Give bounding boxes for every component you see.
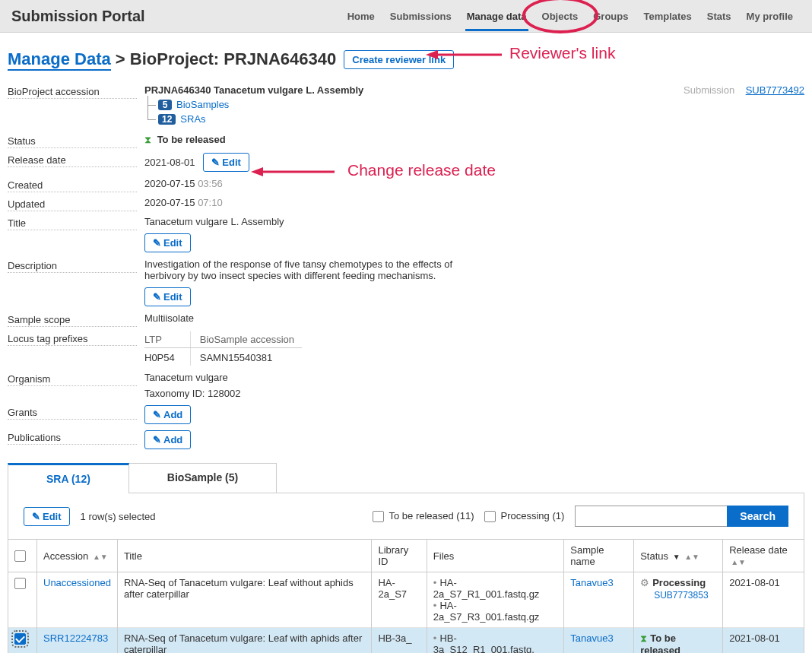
portal-title: Submission Portal	[11, 8, 145, 25]
nav-objects[interactable]: Objects	[534, 2, 586, 31]
title-value: Tanacetum vulgare L. Assembly ✎Edit	[144, 216, 675, 252]
tab-sra[interactable]: SRA (12)	[8, 463, 129, 493]
pencil-icon: ✎	[32, 511, 40, 522]
col-library[interactable]: Library ID	[372, 540, 427, 572]
table-row[interactable]: UnaccessionedRNA-Seq of Tanacetum vulgar…	[8, 572, 804, 628]
col-accession[interactable]: Accession ▲▼	[37, 540, 118, 572]
nav-stats[interactable]: Stats	[699, 2, 739, 31]
sras-link[interactable]: SRAs	[180, 113, 205, 125]
edit-title-button[interactable]: ✎Edit	[144, 233, 191, 252]
updated-time: 07:10	[198, 197, 223, 208]
row-files: •HB-3a_S12_R1_001.fastq.	[427, 628, 563, 654]
biosamples-link[interactable]: BioSamples	[176, 99, 229, 110]
edit-description-button[interactable]: ✎Edit	[144, 287, 191, 306]
description-label: Description	[8, 258, 144, 271]
submission-side-link[interactable]: SUB7773492	[746, 84, 804, 96]
biosamples-count-badge: 5	[158, 100, 172, 110]
created-time: 03:56	[198, 178, 223, 189]
accession-label: BioProject accession	[8, 84, 144, 97]
topbar: Submission Portal Home Submissions Manag…	[0, 0, 812, 33]
nav-manage-data[interactable]: Manage data	[459, 2, 534, 31]
search-button[interactable]: Search	[727, 506, 788, 527]
ltp-col1: LTP	[144, 331, 190, 348]
breadcrumb-root-link[interactable]: Manage Data	[8, 49, 111, 71]
col-sample[interactable]: Sample name	[564, 540, 634, 572]
ltp-val1: H0P54	[144, 348, 190, 366]
toolbar-edit-button[interactable]: ✎Edit	[24, 507, 70, 526]
nav-home[interactable]: Home	[340, 2, 382, 31]
select-all-checkbox[interactable]	[14, 550, 26, 562]
data-tabs: SRA (12) BioSample (5)	[8, 463, 804, 493]
title-text: Tanacetum vulgare L. Assembly	[144, 216, 675, 227]
sample-link[interactable]: Tanavue3	[570, 577, 613, 588]
pencil-icon: ✎	[153, 409, 161, 420]
scope-label: Sample scope	[8, 312, 144, 325]
status-label: Status	[8, 134, 144, 147]
updated-value: 2020-07-15 07:10	[144, 197, 675, 208]
row-status: ⧗To be released	[634, 628, 723, 654]
sort-down-icon: ▼	[673, 553, 680, 561]
edit-label: Edit	[163, 237, 182, 249]
add-publications-button[interactable]: ✎Add	[144, 430, 191, 449]
edit-label: Edit	[43, 511, 62, 522]
release-date-value: 2021-08-01 ✎Edit	[144, 153, 675, 172]
sort-icon: ▲▼	[93, 553, 108, 561]
sra-table: Accession ▲▼ Title Library ID Files Samp…	[8, 539, 804, 653]
create-reviewer-link-button[interactable]: Create reviewer link	[344, 50, 454, 69]
biosamples-row: 5 BioSamples	[158, 99, 675, 110]
col-label: Accession	[43, 550, 88, 562]
created-date: 2020-07-15	[144, 178, 195, 189]
description-text: Investigation of the response of five ta…	[144, 258, 479, 281]
status-sublink[interactable]: SUB7773853	[654, 590, 716, 601]
filter-processing[interactable]: Processing (1)	[484, 510, 564, 522]
breadcrumb-row: Manage Data > BioProject: PRJNA646340 Cr…	[8, 49, 804, 69]
checkbox-icon[interactable]	[484, 511, 496, 522]
pencil-icon: ✎	[153, 237, 161, 249]
col-title[interactable]: Title	[117, 540, 372, 572]
breadcrumb-sep: >	[116, 49, 130, 68]
edit-release-date-button[interactable]: ✎Edit	[203, 153, 249, 172]
filter-label: To be released (11)	[389, 510, 474, 521]
row-library: HA-2a_S7	[372, 572, 427, 628]
edit-label: Edit	[222, 157, 241, 168]
organism-label: Organism	[8, 372, 144, 385]
filter-label: Processing (1)	[500, 510, 564, 521]
checkbox-icon[interactable]	[373, 511, 384, 522]
add-label: Add	[163, 434, 182, 445]
updated-label: Updated	[8, 197, 144, 210]
filter-to-be-released[interactable]: To be released (11)	[373, 510, 474, 522]
sort-icon: ▲▼	[731, 558, 746, 566]
scope-value: Multiisolate	[144, 312, 675, 324]
row-library: HB-3a_	[372, 628, 427, 654]
bullet-icon: •	[433, 632, 437, 644]
add-grants-button[interactable]: ✎Add	[144, 405, 191, 424]
sras-count-badge: 12	[158, 114, 176, 125]
nav-submissions[interactable]: Submissions	[382, 2, 459, 31]
row-checkbox[interactable]	[14, 578, 26, 589]
col-status[interactable]: Status ▼ ▲▼	[634, 540, 723, 572]
publications-value: ✎Add	[144, 430, 675, 449]
nav-groups[interactable]: Groups	[585, 2, 636, 31]
edit-label: Edit	[163, 291, 182, 303]
bullet-icon: •	[433, 600, 437, 611]
accession-link[interactable]: Unaccessioned	[43, 577, 111, 588]
row-files: •HA-2a_S7_R1_001.fastq.gz•HA-2a_S7_R3_00…	[427, 572, 563, 628]
ltp-table: LTPBioSample accession H0P54SAMN15540381	[144, 331, 302, 366]
bullet-icon: •	[433, 577, 437, 588]
ltp-val2: SAMN15540381	[190, 348, 302, 366]
col-release[interactable]: Release date ▲▼	[723, 540, 804, 572]
row-checkbox[interactable]	[14, 633, 26, 645]
ltp-value: LTPBioSample accession H0P54SAMN15540381	[144, 331, 675, 366]
created-label: Created	[8, 178, 144, 191]
status-text: To be released	[157, 134, 226, 145]
submission-side-label: Submission	[684, 84, 734, 96]
nav-templates[interactable]: Templates	[636, 2, 699, 31]
col-files[interactable]: Files	[427, 540, 563, 572]
table-row[interactable]: SRR12224783RNA-Seq of Tanacetum vulgare:…	[8, 628, 804, 654]
sample-link[interactable]: Tanavue3	[570, 632, 613, 644]
accession-link[interactable]: SRR12224783	[43, 632, 108, 644]
search-input[interactable]	[575, 506, 727, 527]
tab-biosample[interactable]: BioSample (5)	[128, 463, 277, 493]
accession-value: PRJNA646340 Tanacetum vulgare L. Assembl…	[144, 84, 675, 128]
nav-my-profile[interactable]: My profile	[739, 2, 801, 31]
